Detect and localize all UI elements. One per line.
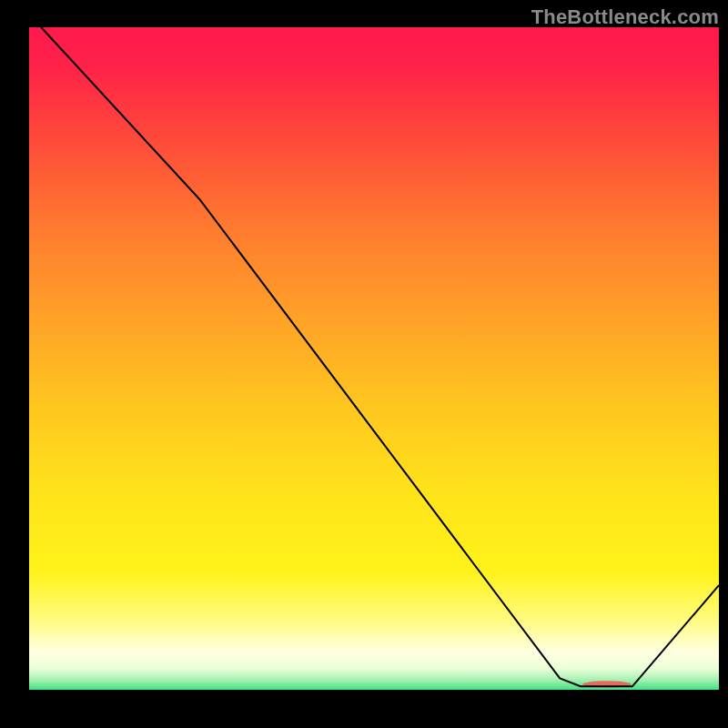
chart-container: TheBottleneck.com [0, 0, 728, 728]
plot-background [27, 27, 719, 692]
plot-svg [0, 0, 728, 728]
